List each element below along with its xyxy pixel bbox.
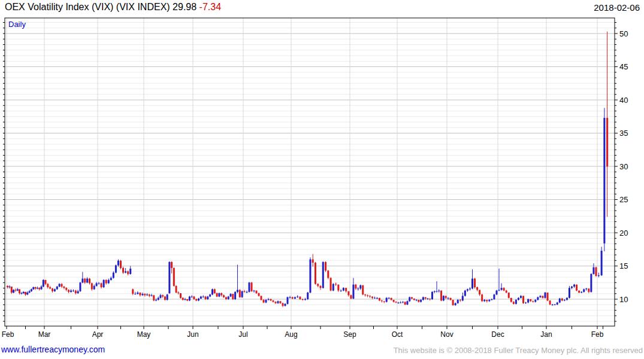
candle-up (431, 292, 433, 299)
candle-up (268, 299, 270, 300)
candle-down (312, 259, 314, 263)
candle-up (234, 292, 236, 299)
candle-up (265, 300, 267, 302)
candle-up (117, 261, 119, 266)
candle-down (132, 289, 134, 294)
candle-down (542, 296, 543, 297)
candle-up (498, 290, 500, 291)
candle-up (70, 291, 72, 292)
candle-up (8, 287, 10, 287)
candle-down (19, 289, 20, 293)
y-axis-label: 20 (619, 229, 628, 238)
candle-down (239, 290, 241, 297)
candle-up (158, 298, 159, 300)
candle-down (225, 297, 227, 299)
candle-up (573, 285, 575, 287)
candle-up (580, 292, 582, 293)
candle-up (525, 303, 527, 303)
candle-up (228, 297, 229, 299)
candle-up (141, 294, 143, 295)
x-axis-month-label: May (137, 330, 151, 339)
candle-down (578, 291, 580, 293)
y-axis-label: 35 (619, 129, 628, 138)
candle-down (223, 295, 225, 297)
candle-up (422, 297, 424, 300)
candle-down (561, 299, 563, 300)
candle-up (307, 293, 309, 299)
candle-down (350, 295, 352, 299)
candle-down (299, 297, 301, 299)
candle-up (566, 298, 568, 300)
candle-up (43, 280, 44, 287)
candle-up (559, 299, 561, 303)
candle-down (337, 285, 339, 291)
interval-label: Daily (8, 20, 26, 29)
x-axis-month-label: Sep (343, 330, 356, 339)
candle-up (287, 297, 289, 304)
candle-up (41, 287, 43, 289)
candle-down (195, 299, 197, 300)
candle-up (406, 301, 408, 305)
candle-up (527, 299, 529, 303)
candle-up (115, 265, 117, 272)
candle-up (402, 302, 404, 302)
candle-down (362, 285, 364, 295)
candle-down (522, 296, 524, 303)
candle-down (193, 297, 195, 299)
candle-up (603, 118, 605, 244)
candle-down (510, 298, 512, 302)
candle-down (14, 290, 16, 291)
candle-down (251, 282, 253, 291)
candle-down (139, 293, 141, 295)
y-axis-label: 25 (619, 195, 628, 204)
candle-up (110, 278, 112, 280)
candle-up (400, 303, 401, 303)
copyright-notice: This website is © 2008-2018 Fuller Treac… (394, 346, 643, 355)
candle-up (438, 291, 440, 291)
candle-up (436, 291, 438, 292)
candle-up (554, 305, 556, 305)
candle-up (200, 297, 202, 299)
candle-up (388, 298, 390, 299)
candle-up (501, 288, 503, 290)
candle-down (153, 295, 155, 300)
candle-up (359, 285, 361, 289)
candle-up (462, 296, 464, 300)
candle-down (325, 262, 326, 270)
candle-up (198, 299, 199, 300)
candle-up (59, 284, 61, 287)
candle-up (54, 289, 56, 291)
candle-down (327, 270, 329, 278)
candle-up (352, 285, 354, 299)
candle-down (549, 300, 551, 305)
candle-down (479, 290, 480, 295)
candle-down (68, 290, 69, 292)
candle-down (576, 285, 578, 291)
price-chart: 101520253035404550FebMarAprMayJunJulAugS… (0, 0, 644, 359)
candle-down (149, 294, 150, 296)
x-axis-month-label: Jun (187, 330, 198, 339)
candle-up (601, 251, 603, 275)
candle-up (420, 300, 422, 302)
candle-down (364, 294, 366, 295)
candle-up (564, 300, 566, 300)
candle-down (320, 286, 322, 288)
candle-down (369, 296, 371, 296)
website-link[interactable]: www.fullertreacymoney.com (1, 345, 105, 354)
y-axis-label: 15 (619, 261, 628, 270)
candle-down (177, 293, 179, 293)
candle-down (275, 302, 277, 303)
candle-up (592, 267, 594, 274)
x-axis-month-label: Dec (491, 330, 504, 339)
candle-up (322, 262, 324, 288)
candle-up (585, 288, 587, 289)
candle-down (220, 293, 222, 295)
candle-down (425, 297, 427, 299)
candle-down (164, 297, 166, 300)
candle-up (443, 296, 445, 300)
candle-up (544, 293, 546, 298)
candle-down (214, 289, 216, 293)
candle-up (218, 293, 220, 297)
candle-up (191, 297, 193, 297)
candle-up (471, 279, 473, 289)
